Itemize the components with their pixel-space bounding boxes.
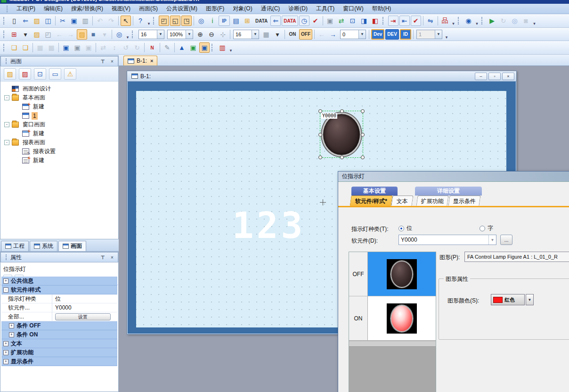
property-row-条件 OFF[interactable]: +条件 OFF [1, 321, 117, 330]
new-base-screen-button[interactable]: ◰ [159, 16, 169, 26]
state-row-off[interactable]: OFF [349, 252, 436, 296]
copy-attributes-button[interactable]: ▣ [72, 42, 82, 53]
menu-view[interactable]: 视图(V) [107, 4, 135, 14]
state-next-button[interactable]: → [328, 29, 338, 40]
paste-button[interactable]: ▥ [80, 16, 90, 26]
state-on-button[interactable]: ON [287, 29, 298, 40]
menu-diagnostics[interactable]: 诊断(D) [284, 4, 312, 14]
property-row-条件 ON[interactable]: +条件 ON [1, 330, 117, 339]
resize-handle-nw[interactable] [318, 109, 322, 113]
close-icon[interactable]: × [108, 254, 116, 261]
canvas-text-object[interactable]: 123 [232, 208, 305, 244]
chevron-down-icon[interactable]: ▼ [157, 30, 164, 39]
paste-attributes-button[interactable]: ▣ [83, 42, 94, 53]
state-number-combo[interactable]: 0▼ [340, 30, 366, 39]
menu-search-replace[interactable]: 搜索/替换(R) [67, 4, 107, 14]
menu-common-settings[interactable]: 公共设置(M) [162, 4, 202, 14]
close-button[interactable]: × [502, 73, 514, 80]
grid-expander-icon[interactable]: + [3, 278, 8, 284]
previous-screen-button[interactable]: ← [54, 29, 65, 40]
zoom-in-button[interactable]: ⊕ [195, 29, 205, 40]
tree-item-报表设置[interactable]: 报表设置 [0, 147, 118, 156]
toolbar-overflow-icon[interactable]: ▾ [532, 16, 537, 26]
minimize-button[interactable]: – [475, 73, 487, 80]
property-row-文本[interactable]: +文本 [1, 339, 117, 348]
send-to-back-button[interactable]: ❏ [20, 42, 31, 53]
open-screen-button[interactable]: ▨ [32, 29, 42, 40]
menu-tools[interactable]: 工具(T) [312, 4, 339, 14]
tree-expander-icon[interactable]: - [4, 122, 9, 127]
operator-authentication-button[interactable]: ◉ [463, 16, 474, 26]
screen-preview-button[interactable]: ◎ [196, 16, 206, 26]
state-previous-button[interactable]: ← [317, 29, 327, 40]
toolbar-overflow-icon[interactable]: ▾ [474, 16, 480, 26]
chevron-down-icon[interactable]: ▼ [435, 30, 442, 39]
new-screen-dropdown[interactable]: ▾ [20, 29, 31, 40]
tree-item-窗口画面[interactable]: -窗口画面 [0, 120, 118, 129]
rotate-left-button[interactable]: ↺ [121, 42, 131, 53]
dialog-titlebar[interactable]: 位指示灯 [338, 172, 569, 182]
toolbar-overflow-icon[interactable]: ▾ [228, 42, 234, 53]
read-from-got-button[interactable]: ⇤ [399, 16, 410, 26]
communication-setup-button[interactable]: ⇋ [425, 16, 436, 26]
close-icon[interactable]: × [108, 58, 116, 65]
restore-button[interactable]: ▫ [488, 73, 501, 80]
write-to-got-button[interactable]: ⇥ [388, 16, 398, 26]
verify-button[interactable]: ✔ [411, 16, 421, 26]
property-row-公共信息[interactable]: +公共信息 [1, 277, 117, 286]
preview-scrollbar[interactable] [349, 341, 436, 347]
menu-figure[interactable]: 图形(F) [202, 4, 228, 14]
figure-value-box[interactable]: FA Control Lamp Figure A1 : L_01_0_R [464, 252, 569, 262]
tab-screen[interactable]: 画面 [58, 241, 86, 251]
tab-display-condition[interactable]: 显示条件 [448, 196, 480, 206]
network-status-button[interactable]: 品 [440, 16, 450, 26]
zoom-level-combo[interactable]: 100%▼ [167, 30, 193, 39]
device-combo[interactable]: Y0000 ▼ [398, 235, 496, 245]
help-button[interactable]: ? [135, 16, 146, 26]
toolbar-overflow-icon[interactable]: ▾ [146, 16, 152, 26]
toolbar-overflow-icon[interactable]: ▾ [444, 29, 449, 40]
select-figure-button[interactable]: ▲ [177, 42, 187, 53]
new-screen-button[interactable]: ⊞ [9, 29, 19, 40]
system-information-button[interactable]: i [207, 16, 218, 26]
resize-handle-sw[interactable] [318, 155, 322, 159]
copy-button[interactable]: ▣ [69, 16, 79, 26]
device-display-button[interactable]: Dev [371, 29, 384, 40]
grid-expander-icon[interactable]: + [3, 350, 8, 355]
tab-project[interactable]: 工程 [1, 241, 29, 251]
cascade-windows-button[interactable]: ▣ [325, 16, 335, 26]
time-settings-button[interactable]: ◷ [299, 16, 309, 26]
ip-address-list-button[interactable]: IP [219, 16, 230, 26]
device-list-button[interactable]: ▤ [231, 16, 241, 26]
menu-edit[interactable]: 编辑(E) [40, 4, 67, 14]
tree-preview-button[interactable]: ⊡ [34, 68, 46, 80]
save-project-button[interactable]: ◫ [43, 16, 53, 26]
id-display-button[interactable]: ID [400, 29, 411, 40]
figure-color-button[interactable]: 红色 [491, 294, 525, 305]
toolbar-overflow-icon[interactable]: ▾ [125, 29, 130, 40]
tree-open-screen-button[interactable]: ▨ [4, 68, 16, 80]
tree-comment-button[interactable]: ▭ [49, 68, 61, 80]
new-window-screen-button[interactable]: ◱ [170, 16, 180, 26]
tab-text[interactable]: 文本 [391, 196, 413, 206]
menu-object[interactable]: 对象(O) [228, 4, 256, 14]
resize-handle-ne[interactable] [361, 109, 365, 113]
ungroup-button[interactable]: ▦ [46, 42, 57, 53]
focus-frame-button[interactable]: ⊡ [348, 16, 358, 26]
lamp-type-bit-radio[interactable]: 位 [398, 224, 412, 232]
tree-expander-icon[interactable]: - [4, 140, 9, 145]
screen-preview-window-button[interactable]: ◎ [114, 29, 124, 40]
simulator-update-button[interactable]: ↻ [498, 16, 509, 26]
fill-screen-button[interactable]: ■ [88, 29, 98, 40]
document-tab[interactable]: B-1: × [123, 56, 157, 65]
property-row-软元件/样式[interactable]: -软元件/样式 [1, 286, 117, 294]
print-preview-button[interactable]: ◧ [370, 16, 381, 26]
resize-handle-w[interactable] [318, 133, 322, 137]
resize-handle-e[interactable] [361, 133, 365, 137]
close-screen-button[interactable]: ◰ [43, 29, 53, 40]
select-cursor-button[interactable]: ↖ [121, 16, 131, 26]
grid-expander-icon[interactable]: - [3, 287, 8, 293]
fill-screen-dropdown[interactable]: ▾ [99, 29, 110, 40]
screen-image-list-button[interactable]: ▨ [77, 29, 87, 40]
document-window-button[interactable]: ◨ [359, 16, 369, 26]
